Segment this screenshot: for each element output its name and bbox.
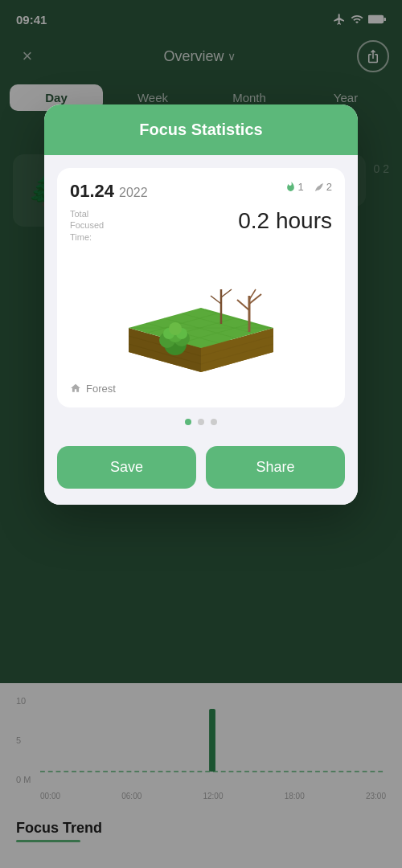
card-date-year: 2022 bbox=[119, 186, 148, 200]
card-footer: Forest bbox=[70, 383, 332, 395]
dot-1 bbox=[185, 419, 191, 425]
fire-icon bbox=[285, 182, 296, 192]
forest-illustration bbox=[70, 248, 332, 376]
dot-3 bbox=[211, 419, 217, 425]
modal-overlay: Focus Statistics 01.24 2022 1 bbox=[0, 0, 402, 868]
dot-2 bbox=[198, 419, 204, 425]
svg-line-21 bbox=[249, 289, 256, 300]
modal-body: 01.24 2022 1 2 T bbox=[44, 155, 358, 446]
share-button-modal[interactable]: Share bbox=[206, 446, 345, 489]
svg-line-23 bbox=[221, 289, 232, 297]
svg-line-20 bbox=[237, 300, 249, 310]
card-date: 01.24 2022 bbox=[70, 181, 148, 202]
save-button[interactable]: Save bbox=[57, 446, 196, 489]
modal-title: Focus Statistics bbox=[64, 121, 338, 139]
modal-buttons: Save Share bbox=[44, 446, 358, 505]
card-focused-label: Total Focused Time: bbox=[70, 208, 104, 243]
card-hours: 0.2 hours bbox=[238, 208, 332, 234]
home-icon bbox=[70, 383, 81, 394]
card-icons: 1 2 bbox=[285, 181, 332, 193]
card-content-row: Total Focused Time: 0.2 hours bbox=[70, 208, 332, 248]
focus-statistics-modal: Focus Statistics 01.24 2022 1 bbox=[44, 104, 358, 505]
card-icon-leaf: 2 bbox=[314, 181, 332, 193]
svg-line-24 bbox=[211, 296, 221, 304]
card-icon-fire: 1 bbox=[285, 181, 304, 193]
card-date-main: 01.24 bbox=[70, 181, 114, 202]
modal-header: Focus Statistics bbox=[44, 104, 358, 155]
page-dots bbox=[57, 407, 345, 433]
leaf-icon bbox=[314, 182, 324, 192]
svg-line-19 bbox=[249, 294, 261, 304]
forest-label: Forest bbox=[86, 383, 116, 395]
svg-point-31 bbox=[169, 322, 182, 335]
card-top-row: 01.24 2022 1 2 bbox=[70, 181, 332, 202]
stats-card: 01.24 2022 1 2 T bbox=[57, 168, 345, 407]
isometric-forest bbox=[88, 248, 314, 376]
